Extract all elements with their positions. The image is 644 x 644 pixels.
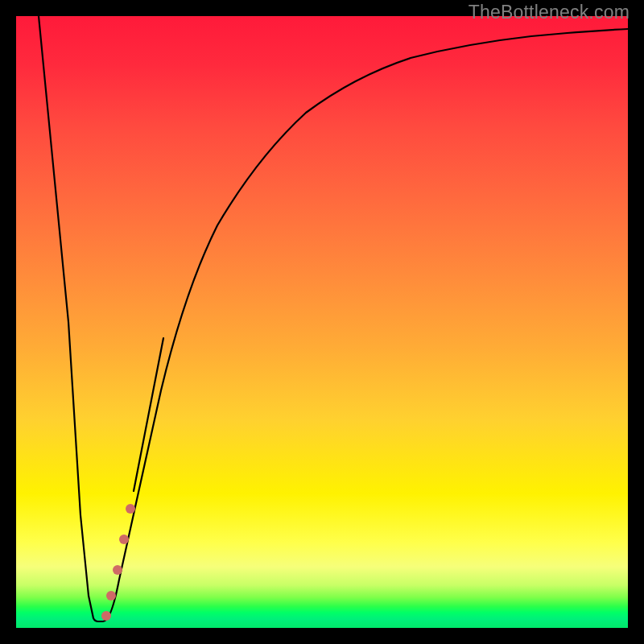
chart-frame: TheBottleneck.com [0,0,644,644]
plot-area [16,16,628,628]
